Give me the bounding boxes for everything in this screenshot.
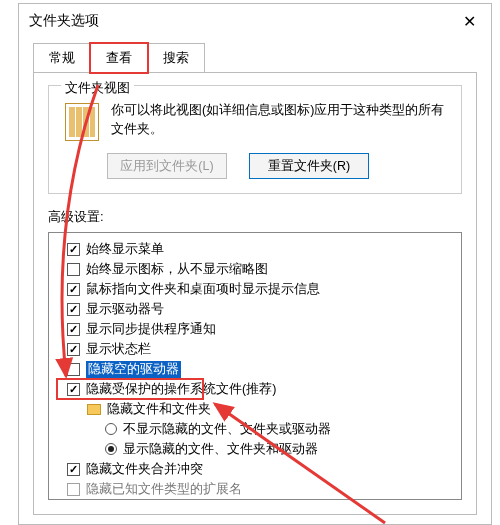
opt-hide-empty-drives[interactable]: 隐藏空的驱动器 — [67, 359, 457, 379]
checkbox-icon — [67, 483, 80, 496]
reset-folders-button[interactable]: 重置文件夹(R) — [249, 153, 369, 179]
checkbox-checked-icon — [67, 323, 80, 336]
checkbox-checked-icon — [67, 383, 80, 396]
radio-icon — [105, 423, 117, 435]
window-title: 文件夹选项 — [29, 12, 99, 30]
checkbox-checked-icon — [67, 463, 80, 476]
opt-hide-merge-conflicts[interactable]: 隐藏文件夹合并冲突 — [67, 459, 457, 479]
apply-to-folders-button[interactable]: 应用到文件夹(L) — [107, 153, 227, 179]
opt-show-pointer-tips[interactable]: 鼠标指向文件夹和桌面项时显示提示信息 — [67, 279, 457, 299]
opt-show-status-bar[interactable]: 显示状态栏 — [67, 339, 457, 359]
close-icon[interactable]: ✕ — [455, 10, 483, 32]
opt-hide-protected-os-files[interactable]: 隐藏受保护的操作系统文件(推荐) — [67, 379, 457, 399]
opt-show-hidden[interactable]: 显示隐藏的文件、文件夹和驱动器 — [105, 439, 457, 459]
advanced-settings-list[interactable]: 始终显示菜单 始终显示图标，从不显示缩略图 鼠标指向文件夹和桌面项时显示提示信息… — [48, 232, 462, 500]
folder-options-dialog: 文件夹选项 ✕ 常规 查看 搜索 文件夹视图 你可以将此视图(如详细信息或图标)… — [18, 3, 492, 525]
opt-hide-known-extensions[interactable]: 隐藏已知文件类型的扩展名 — [67, 479, 457, 499]
checkbox-icon — [67, 363, 80, 376]
opt-dont-show-hidden[interactable]: 不显示隐藏的文件、文件夹或驱动器 — [105, 419, 457, 439]
folder-view-legend: 文件夹视图 — [61, 79, 134, 97]
folder-view-description: 你可以将此视图(如详细信息或图标)应用于这种类型的所有文件夹。 — [111, 101, 449, 139]
checkbox-checked-icon — [67, 283, 80, 296]
opt-hidden-files-group[interactable]: 隐藏文件和文件夹 — [87, 399, 457, 419]
folder-view-group: 文件夹视图 你可以将此视图(如详细信息或图标)应用于这种类型的所有文件夹。 应用… — [48, 85, 462, 194]
opt-always-show-icons[interactable]: 始终显示图标，从不显示缩略图 — [67, 259, 457, 279]
tab-strip: 常规 查看 搜索 — [33, 43, 491, 73]
opt-always-show-menu[interactable]: 始终显示菜单 — [67, 239, 457, 259]
checkbox-checked-icon — [67, 243, 80, 256]
tab-view[interactable]: 查看 — [90, 43, 148, 73]
folder-icon — [87, 404, 101, 415]
checkbox-checked-icon — [67, 303, 80, 316]
checkbox-icon — [67, 263, 80, 276]
radio-checked-icon — [105, 443, 117, 455]
highlighted-label: 隐藏空的驱动器 — [86, 361, 181, 378]
tab-panel-view: 文件夹视图 你可以将此视图(如详细信息或图标)应用于这种类型的所有文件夹。 应用… — [33, 72, 477, 515]
advanced-settings-label: 高级设置: — [48, 208, 462, 226]
tab-search[interactable]: 搜索 — [147, 43, 205, 73]
titlebar: 文件夹选项 ✕ — [19, 4, 491, 38]
checkbox-checked-icon — [67, 343, 80, 356]
opt-show-sync-provider[interactable]: 显示同步提供程序通知 — [67, 319, 457, 339]
opt-show-drive-letters[interactable]: 显示驱动器号 — [67, 299, 457, 319]
tab-general[interactable]: 常规 — [33, 43, 91, 73]
folder-view-icon — [65, 103, 99, 141]
